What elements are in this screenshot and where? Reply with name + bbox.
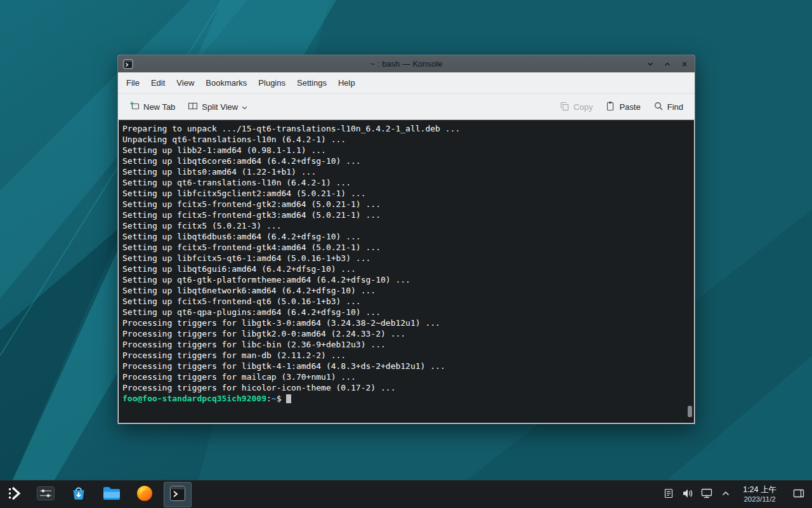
clock-time: 1:24 上午: [743, 485, 776, 495]
chevron-down-icon: [242, 102, 247, 112]
konsole-window-icon: [123, 59, 133, 69]
terminal-line: Unpacking qt6-translations-l10n (6.4.2-1…: [122, 134, 685, 145]
terminal-line: Preparing to unpack .../15-qt6-translati…: [122, 123, 685, 134]
show-desktop-button[interactable]: [788, 482, 809, 507]
terminal-line: Setting up libqt6core6:amd64 (6.4.2+dfsg…: [122, 156, 685, 166]
app-launcher-icon: [6, 485, 23, 504]
audio-mixer-icon: [37, 486, 55, 503]
system-tray: 1:24 上午 2023/11/2: [659, 482, 809, 507]
find-label: Find: [667, 102, 683, 112]
firefox-button[interactable]: [131, 482, 159, 507]
digital-clock[interactable]: 1:24 上午 2023/11/2: [735, 485, 784, 504]
prompt-line: foo@foo-standardpcq35ich92009:~$: [122, 393, 685, 404]
copy-label: Copy: [573, 102, 593, 112]
konsole-window: ~ : bash — Konsole File Edit View Bookma…: [117, 55, 695, 424]
terminal-line: Processing triggers for libgtk2.0-0:amd6…: [122, 328, 685, 339]
minimize-button[interactable]: [645, 59, 655, 69]
terminal-line: Setting up fcitx5 (5.0.21-3) ...: [122, 220, 685, 231]
window-title: ~ : bash — Konsole: [118, 59, 695, 69]
audio-mixer-button[interactable]: [32, 482, 60, 507]
clipboard-button[interactable]: [659, 483, 678, 506]
maximize-button[interactable]: [662, 59, 672, 69]
terminal-line: Setting up fcitx5-frontend-gtk4:amd64 (5…: [122, 242, 685, 253]
app-launcher-button[interactable]: [3, 482, 27, 507]
terminal-line: Processing triggers for libgtk-3-0:amd64…: [122, 318, 685, 328]
terminal-line: Setting up qt6-qpa-plugins:amd64 (6.4.2+…: [122, 307, 685, 318]
discover-button[interactable]: [65, 482, 93, 507]
clock-date: 2023/11/2: [743, 495, 775, 504]
find-button[interactable]: Find: [648, 97, 688, 117]
expand-tray-button[interactable]: [716, 483, 735, 506]
taskbar: 1:24 上午 2023/11/2: [0, 480, 812, 508]
terminal-line: Setting up libqt6network6:amd64 (6.4.2+d…: [122, 285, 685, 296]
terminal-line: Processing triggers for libc-bin (2.36-9…: [122, 339, 685, 350]
titlebar[interactable]: ~ : bash — Konsole: [118, 55, 695, 72]
scrollbar-thumb[interactable]: [688, 406, 692, 417]
paste-button[interactable]: Paste: [600, 97, 645, 117]
paste-icon: [605, 101, 615, 113]
terminal-cursor: [286, 394, 291, 403]
network-button[interactable]: [697, 483, 716, 506]
konsole-task-button[interactable]: [164, 482, 192, 507]
konsole-icon: [169, 485, 186, 504]
menubar: File Edit View Bookmarks Plugins Setting…: [118, 72, 695, 93]
terminal-lines: Preparing to unpack .../15-qt6-translati…: [122, 123, 685, 393]
terminal-line: Processing triggers for hicolor-icon-the…: [122, 382, 685, 393]
prompt-colon: :: [266, 394, 272, 403]
menu-settings[interactable]: Settings: [291, 72, 332, 93]
terminal-line: Processing triggers for libgtk-4-1:amd64…: [122, 361, 685, 371]
menu-file[interactable]: File: [121, 72, 145, 93]
prompt-user-host: foo@foo-standardpcq35ich92009: [122, 394, 266, 403]
terminal-line: Setting up libqt6gui6:amd64 (6.4.2+dfsg-…: [122, 264, 685, 274]
prompt-path: ~: [272, 394, 277, 403]
terminal-line: Setting up libqt6dbus6:amd64 (6.4.2+dfsg…: [122, 231, 685, 242]
volume-button[interactable]: [678, 483, 697, 506]
new-tab-label: New Tab: [143, 102, 175, 112]
menu-help[interactable]: Help: [332, 72, 361, 93]
terminal-line: Setting up fcitx5-frontend-qt6 (5.0.16-1…: [122, 296, 685, 307]
menu-edit[interactable]: Edit: [145, 72, 171, 93]
volume-icon: [681, 488, 694, 502]
terminal-line: Setting up fcitx5-frontend-gtk3:amd64 (5…: [122, 210, 685, 220]
split-view-label: Split View: [202, 102, 238, 112]
new-tab-icon: [129, 101, 140, 113]
menu-plugins[interactable]: Plugins: [252, 72, 291, 93]
terminal-line: Processing triggers for man-db (2.11.2-2…: [122, 350, 685, 361]
prompt-dollar: $: [277, 394, 282, 403]
terminal-line: Setting up qt6-gtk-platformtheme:amd64 (…: [122, 274, 685, 285]
terminal-line: Setting up fcitx5-frontend-gtk2:amd64 (5…: [122, 199, 685, 210]
search-icon: [653, 101, 664, 113]
menu-view[interactable]: View: [171, 72, 200, 93]
toolbar: New Tab Split View: [118, 93, 695, 120]
window-controls: [645, 59, 690, 69]
split-view-button[interactable]: Split View: [183, 97, 252, 117]
desktop: ~ : bash — Konsole File Edit View Bookma…: [0, 0, 812, 508]
file-manager-button[interactable]: [98, 482, 126, 507]
paste-label: Paste: [619, 102, 640, 112]
firefox-icon: [136, 485, 154, 505]
split-view-icon: [188, 101, 198, 113]
clipboard-icon: [663, 488, 674, 502]
terminal-line: Setting up libb2-1:amd64 (0.98.1-1.1) ..…: [122, 145, 685, 156]
chevron-up-icon: [721, 489, 731, 500]
network-icon: [700, 488, 713, 502]
menu-bookmarks[interactable]: Bookmarks: [200, 72, 252, 93]
terminal-output[interactable]: Preparing to unpack .../15-qt6-translati…: [119, 120, 694, 423]
terminal-line: Setting up libfcitx5gclient2:amd64 (5.0.…: [122, 188, 685, 199]
terminal-line: Setting up libts0:amd64 (1.22-1+b1) ...: [122, 166, 685, 177]
discover-icon: [70, 485, 87, 504]
copy-icon: [560, 101, 570, 113]
terminal-line: Setting up libfcitx5-qt6-1:amd64 (5.0.16…: [122, 253, 685, 264]
folder-icon: [103, 486, 121, 503]
terminal-line: Processing triggers for mailcap (3.70+nm…: [122, 371, 685, 382]
show-desktop-icon: [792, 488, 805, 502]
terminal-scrollbar: [688, 123, 692, 420]
new-tab-button[interactable]: New Tab: [124, 97, 180, 117]
close-button[interactable]: [679, 59, 690, 69]
terminal-line: Setting up qt6-translations-l10n (6.4.2-…: [122, 177, 685, 188]
copy-button[interactable]: Copy: [554, 97, 598, 117]
